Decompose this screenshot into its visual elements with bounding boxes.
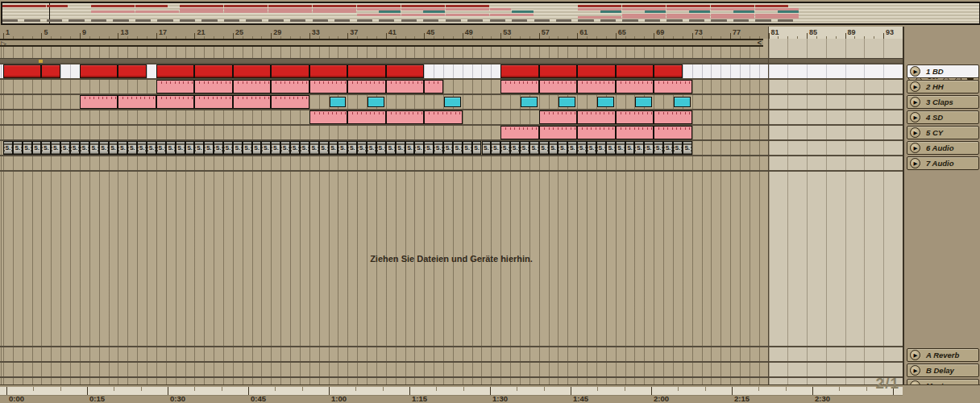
audio-mini-clip[interactable]: S. — [32, 141, 42, 155]
clip[interactable] — [271, 80, 309, 93]
arrangement-overview[interactable] — [1, 2, 980, 25]
clip[interactable] — [635, 97, 652, 107]
audio-mini-clip[interactable]: S. — [118, 141, 127, 155]
audio-mini-clip[interactable]: S. — [99, 141, 109, 155]
clip[interactable] — [386, 64, 424, 78]
audio-mini-clip[interactable]: S. — [472, 141, 482, 155]
audio-mini-clip[interactable]: S. — [127, 141, 137, 155]
clip[interactable] — [577, 126, 615, 139]
audio-mini-clip[interactable]: S. — [567, 141, 577, 155]
audio-mini-clip[interactable]: S. — [463, 141, 472, 155]
clip[interactable] — [347, 64, 385, 78]
audio-mini-clip[interactable]: S. — [587, 141, 596, 155]
scrub-area[interactable]: ▷ < — [0, 39, 903, 47]
audio-mini-clip[interactable]: S. — [529, 141, 539, 155]
track-header-3-claps[interactable]: ▶3 Claps — [907, 95, 979, 109]
clip[interactable] — [500, 80, 538, 93]
clip[interactable] — [424, 80, 443, 93]
play-icon[interactable]: ▶ — [910, 97, 920, 107]
clip[interactable] — [616, 80, 654, 93]
clip[interactable] — [233, 64, 271, 78]
audio-mini-clip[interactable]: S. — [300, 141, 309, 155]
clip[interactable] — [347, 80, 385, 93]
audio-mini-clip[interactable]: S. — [137, 141, 147, 155]
audio-mini-clip[interactable]: S. — [309, 141, 319, 155]
audio-mini-clip[interactable]: S. — [549, 141, 559, 155]
audio-mini-clip[interactable]: S. — [414, 141, 424, 155]
audio-mini-clip[interactable]: S. — [683, 141, 692, 155]
audio-mini-clip[interactable]: S. — [243, 141, 252, 155]
track-lane[interactable] — [0, 110, 903, 124]
track-header-1-bd[interactable]: ▶1 BD — [907, 64, 979, 78]
clip[interactable] — [347, 110, 385, 124]
audio-mini-clip[interactable]: S. — [644, 141, 654, 155]
play-icon[interactable]: ▶ — [910, 66, 920, 77]
clip[interactable] — [233, 80, 271, 93]
clip[interactable] — [539, 64, 577, 78]
audio-mini-clip[interactable]: S. — [280, 141, 290, 155]
clip[interactable] — [444, 97, 461, 107]
track-lane[interactable] — [0, 80, 903, 93]
clip[interactable] — [577, 110, 615, 124]
audio-mini-clip[interactable]: S. — [223, 141, 233, 155]
audio-mini-clip[interactable]: S. — [41, 141, 51, 155]
track-lane[interactable] — [0, 156, 903, 170]
clip[interactable] — [654, 80, 691, 93]
audio-mini-clip[interactable]: S. — [23, 141, 32, 155]
audio-mini-clip[interactable]: S. — [233, 141, 243, 155]
audio-mini-clip[interactable]: S. — [376, 141, 386, 155]
audio-mini-clip[interactable]: S. — [338, 141, 347, 155]
clip[interactable] — [156, 80, 194, 93]
audio-mini-clip[interactable]: S. — [424, 141, 434, 155]
clip[interactable] — [156, 64, 194, 78]
clip[interactable] — [80, 64, 118, 78]
clip[interactable] — [654, 126, 691, 139]
clip[interactable] — [616, 126, 654, 139]
track-lane[interactable] — [0, 95, 903, 109]
audio-mini-clip[interactable]: S. — [166, 141, 176, 155]
return-lane[interactable] — [0, 347, 903, 361]
play-icon[interactable]: ▶ — [910, 112, 920, 123]
clip[interactable] — [500, 64, 538, 78]
audio-mini-clip[interactable]: S. — [558, 141, 567, 155]
clip[interactable] — [309, 64, 347, 78]
audio-mini-clip[interactable]: S. — [214, 141, 223, 155]
audio-mini-clip[interactable]: S. — [3, 141, 13, 155]
clip[interactable] — [271, 95, 309, 109]
audio-mini-clip[interactable]: S. — [625, 141, 635, 155]
clip[interactable] — [654, 64, 683, 78]
audio-mini-clip[interactable]: S. — [60, 141, 70, 155]
clip[interactable] — [577, 64, 615, 78]
audio-mini-clip[interactable]: S. — [347, 141, 357, 155]
audio-mini-clip[interactable]: S. — [673, 141, 683, 155]
clip[interactable] — [156, 95, 194, 109]
audio-mini-clip[interactable]: S. — [654, 141, 663, 155]
clip[interactable] — [424, 110, 462, 124]
audio-mini-clip[interactable]: S. — [80, 141, 89, 155]
audio-mini-clip[interactable]: S. — [577, 141, 587, 155]
clip[interactable] — [539, 110, 577, 124]
audio-mini-clip[interactable]: S. — [482, 141, 492, 155]
audio-mini-clip[interactable]: S. — [405, 141, 415, 155]
audio-mini-clip[interactable]: S. — [194, 141, 204, 155]
clip[interactable] — [577, 80, 615, 93]
audio-mini-clip[interactable]: S. — [634, 141, 644, 155]
audio-mini-clip[interactable]: S. — [453, 141, 463, 155]
arrangement-grid[interactable]: ▷ < S.S.S.S.S.S.S.S.S.S.S.S.S.S.S.S.S.S.… — [0, 39, 903, 384]
audio-mini-clip[interactable]: S. — [70, 141, 80, 155]
clip[interactable] — [539, 80, 577, 93]
clip[interactable] — [500, 126, 538, 139]
clip[interactable] — [330, 97, 347, 107]
clip[interactable] — [616, 64, 654, 78]
audio-mini-clip[interactable]: S. — [396, 141, 405, 155]
audio-mini-clip[interactable]: S. — [367, 141, 376, 155]
audio-mini-clip[interactable]: S. — [13, 141, 23, 155]
track-lane[interactable] — [0, 126, 903, 139]
audio-mini-clip[interactable]: S. — [539, 141, 549, 155]
audio-mini-clip[interactable]: S. — [147, 141, 156, 155]
scrub-band[interactable]: ▷ < — [0, 39, 763, 47]
clip[interactable] — [597, 97, 614, 107]
return-header-b-delay[interactable]: ▶B Delay — [907, 364, 979, 377]
audio-mini-clip[interactable]: S. — [520, 141, 529, 155]
clip[interactable] — [539, 126, 577, 139]
